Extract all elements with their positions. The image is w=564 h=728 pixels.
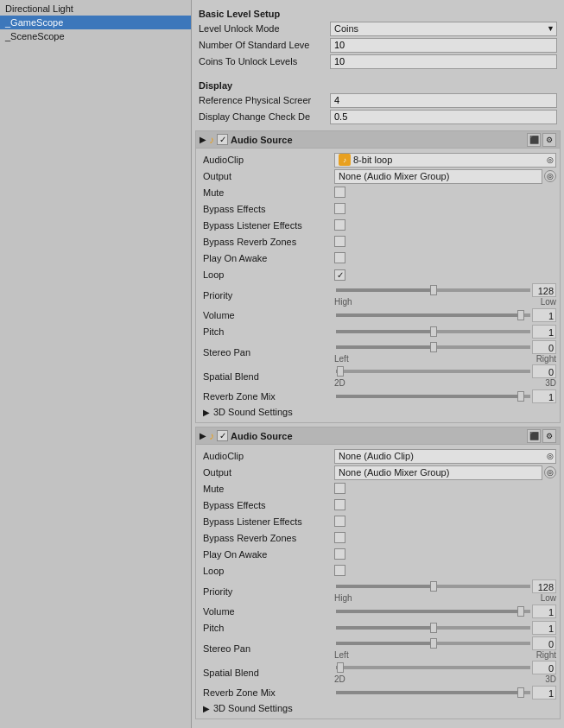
stereo-pan-1-fill <box>336 345 434 349</box>
loop-2-row: Loop <box>203 563 556 579</box>
level-unlock-mode-dropdown[interactable]: Coins ▼ <box>330 22 557 36</box>
priority-1-thumb[interactable] <box>430 285 437 295</box>
spatial-blend-2-slider[interactable]: 0 <box>334 661 556 674</box>
volume-1-slider[interactable]: 1 <box>334 308 556 322</box>
sidebar: Directional Light _GameScope _SceneScope <box>0 0 192 728</box>
bypass-effects-2-checkbox[interactable] <box>334 499 345 510</box>
audioclip-1-dropdown[interactable]: ♪ 8-bit loop ◎ <box>334 153 556 168</box>
bypass-effects-1-checkbox[interactable] <box>334 203 345 214</box>
sound-settings-1-arrow: ▶ <box>203 408 210 417</box>
audio-source-2-prefab-icon[interactable]: ⬛ <box>527 429 541 443</box>
reverb-2-track <box>336 691 530 694</box>
bypass-listener-1-checkbox[interactable] <box>334 219 345 231</box>
bypass-effects-1-row: Bypass Effects <box>203 201 556 217</box>
priority-2-row: Priority 128 High <box>203 579 556 603</box>
stereo-pan-1-label: Stereo Pan <box>203 347 334 358</box>
bypass-effects-2-label: Bypass Effects <box>203 500 334 510</box>
output-2-field[interactable]: None (Audio Mixer Group) <box>334 465 542 480</box>
output-1-target-icon[interactable]: ◎ <box>544 170 556 182</box>
pitch-1-thumb[interactable] <box>430 326 437 337</box>
reverb-1-thumb[interactable] <box>517 391 524 402</box>
bypass-effects-1-label: Bypass Effects <box>203 204 334 214</box>
output-2-row: Output None (Audio Mixer Group) ◎ <box>203 465 556 480</box>
priority-1-labels: High Low <box>334 297 556 307</box>
basic-level-setup-title: Basic Level Setup <box>199 9 557 19</box>
volume-1-label: Volume <box>203 310 334 320</box>
reverb-2-fill <box>336 691 521 694</box>
bypass-reverb-2-checkbox[interactable] <box>334 532 345 543</box>
audio-source-2-settings-icon[interactable]: ⚙ <box>542 429 556 443</box>
num-standard-levels-input[interactable] <box>330 38 557 53</box>
pitch-2-thumb[interactable] <box>430 623 437 633</box>
priority-2-slider[interactable]: 128 <box>334 579 556 593</box>
spatial-blend-1-row: Spatial Blend 0 2D <box>203 364 556 388</box>
audio-source-2-enabled-checkbox[interactable] <box>217 430 228 441</box>
audio-source-2-collapse-arrow[interactable]: ▶ <box>200 431 206 440</box>
sidebar-item-directional-light[interactable]: Directional Light <box>0 2 191 16</box>
audio-source-1-settings-icon[interactable]: ⚙ <box>542 133 556 147</box>
reverb-2-thumb[interactable] <box>517 687 524 698</box>
pitch-2-track <box>336 626 530 630</box>
play-on-awake-2-label: Play On Awake <box>203 549 334 560</box>
reverb-2-slider[interactable]: 1 <box>334 686 556 700</box>
volume-1-thumb[interactable] <box>517 310 524 320</box>
bypass-listener-2-checkbox[interactable] <box>334 516 345 527</box>
bypass-listener-2-label: Bypass Listener Effects <box>203 516 334 527</box>
sidebar-item-gamescope[interactable]: _GameScope <box>0 16 191 29</box>
pitch-2-slider[interactable]: 1 <box>334 621 556 635</box>
output-1-field[interactable]: None (Audio Mixer Group) <box>334 169 542 184</box>
spatial-blend-1-value: 0 <box>532 364 556 378</box>
priority-2-thumb[interactable] <box>430 581 437 592</box>
bypass-reverb-1-row: Bypass Reverb Zones <box>203 234 556 250</box>
play-on-awake-2-checkbox[interactable] <box>334 548 345 560</box>
stereo-pan-2-fill <box>336 642 434 645</box>
priority-1-track <box>336 288 530 292</box>
bypass-reverb-1-checkbox[interactable] <box>334 236 345 247</box>
display-change-input[interactable] <box>330 110 557 124</box>
mute-1-checkbox[interactable] <box>334 187 345 198</box>
spatial-blend-2-container: 0 2D 3D <box>334 661 556 684</box>
bypass-listener-2-row: Bypass Listener Effects <box>203 514 556 529</box>
spatial-blend-2-label: Spatial Blend <box>203 668 334 678</box>
volume-2-slider[interactable]: 1 <box>334 605 556 618</box>
reverb-2-row: Reverb Zone Mix 1 <box>203 685 556 700</box>
coins-unlock-input[interactable] <box>330 54 557 69</box>
sidebar-item-scenescope[interactable]: _SceneScope <box>0 29 191 43</box>
spatial-blend-1-thumb[interactable] <box>337 366 344 377</box>
reference-physical-input[interactable] <box>330 93 557 108</box>
loop-1-checkbox[interactable] <box>334 269 345 281</box>
audio-source-1-prefab-icon[interactable]: ⬛ <box>527 133 541 147</box>
reverb-1-slider[interactable]: 1 <box>334 389 556 403</box>
sound-settings-2-row[interactable]: ▶ 3D Sound Settings <box>203 701 556 715</box>
output-2-label: Output <box>203 467 334 478</box>
volume-2-thumb[interactable] <box>517 606 524 617</box>
volume-2-row: Volume 1 <box>203 604 556 619</box>
audio-source-1-header-icons: ⬛ ⚙ <box>527 133 556 147</box>
stereo-pan-2-labels: Left Right <box>334 650 556 660</box>
spatial-blend-2-thumb[interactable] <box>337 662 344 673</box>
stereo-pan-2-thumb[interactable] <box>430 638 437 649</box>
mute-2-checkbox[interactable] <box>334 483 345 494</box>
priority-1-slider[interactable]: 128 <box>334 283 556 297</box>
output-2-target-icon[interactable]: ◎ <box>544 466 556 478</box>
priority-2-fill <box>336 585 434 588</box>
stereo-pan-2-slider[interactable]: 0 <box>334 636 556 650</box>
pitch-1-slider[interactable]: 1 <box>334 325 556 339</box>
spatial-blend-1-slider[interactable]: 0 <box>334 364 556 378</box>
audio-source-2-block: ▶ ♪ Audio Source ⬛ ⚙ AudioClip None (Aud… <box>195 427 561 719</box>
audio-source-1-collapse-arrow[interactable]: ▶ <box>200 135 206 144</box>
loop-1-row: Loop <box>203 267 556 282</box>
audio-source-1-enabled-checkbox[interactable] <box>217 134 228 145</box>
stereo-pan-1-labels: Left Right <box>334 354 556 364</box>
stereo-pan-1-thumb[interactable] <box>430 342 437 352</box>
audio-source-1-title: Audio Source <box>231 135 293 145</box>
volume-1-row: Volume 1 <box>203 307 556 323</box>
play-on-awake-1-checkbox[interactable] <box>334 252 345 263</box>
volume-1-fill <box>336 313 521 317</box>
loop-2-checkbox[interactable] <box>334 565 345 576</box>
stereo-pan-2-track <box>336 642 530 645</box>
stereo-pan-1-slider[interactable]: 0 <box>334 340 556 354</box>
reverb-2-label: Reverb Zone Mix <box>203 687 334 698</box>
sound-settings-1-row[interactable]: ▶ 3D Sound Settings <box>203 405 556 419</box>
audioclip-2-dropdown[interactable]: None (Audio Clip) ◎ <box>334 449 556 464</box>
